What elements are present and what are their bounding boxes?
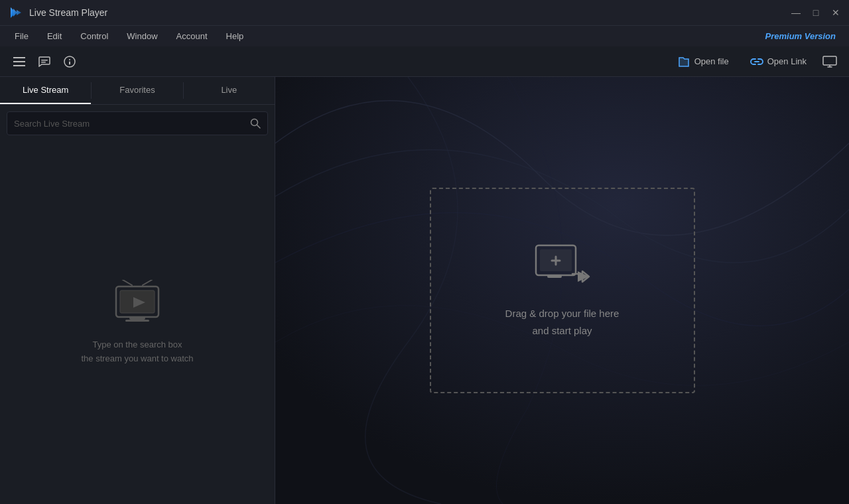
svg-rect-5 [13, 65, 25, 66]
search-box [7, 111, 268, 135]
drop-line2: and start play [505, 322, 620, 340]
menu-edit[interactable]: Edit [38, 29, 71, 44]
svg-rect-12 [823, 56, 836, 65]
left-panel-empty-state: Type on the search boxthe stream you wan… [0, 142, 275, 504]
cast-button[interactable] [818, 50, 841, 73]
menu-control[interactable]: Control [71, 29, 117, 44]
open-link-icon [750, 55, 763, 68]
hamburger-menu-button[interactable] [8, 50, 31, 73]
menu-help[interactable]: Help [217, 29, 253, 44]
drop-zone[interactable]: Drag & drop your file here and start pla… [430, 188, 695, 393]
open-link-button[interactable]: Open Link [741, 51, 816, 72]
maximize-button[interactable]: □ [811, 7, 821, 18]
premium-version-label: Premium Version [765, 31, 844, 41]
svg-rect-7 [41, 62, 46, 63]
drop-line1: Drag & drop your file here [505, 305, 620, 322]
svg-point-9 [69, 59, 70, 60]
menu-bar: File Edit Control Window Account Help Pr… [0, 25, 849, 46]
open-link-label: Open Link [767, 56, 807, 66]
menu-file[interactable]: File [5, 29, 38, 44]
open-file-icon [677, 55, 690, 68]
svg-rect-23 [125, 320, 149, 322]
tab-live[interactable]: Live [184, 77, 275, 104]
svg-rect-6 [41, 60, 48, 61]
right-panel: Drag & drop your file here and start pla… [275, 77, 849, 504]
close-button[interactable]: ✕ [830, 7, 841, 18]
svg-marker-0 [11, 7, 13, 18]
app-logo [8, 5, 24, 21]
search-container [0, 105, 275, 142]
menu-account[interactable]: Account [167, 29, 217, 44]
svg-marker-2 [17, 10, 21, 15]
app-title: Live Stream Player [29, 7, 781, 18]
open-file-button[interactable]: Open file [668, 51, 738, 72]
left-panel: Live Stream Favorites Live [0, 77, 275, 504]
chat-button[interactable] [33, 50, 56, 73]
menu-window[interactable]: Window [117, 29, 166, 44]
svg-line-18 [143, 280, 152, 285]
svg-rect-10 [69, 61, 70, 64]
drop-icon [533, 242, 592, 292]
search-button[interactable] [250, 118, 261, 129]
toolbar: Open file Open Link [0, 46, 849, 77]
tab-favorites[interactable]: Favorites [92, 77, 182, 104]
svg-line-16 [257, 125, 261, 129]
title-bar: Live Stream Player — □ ✕ [0, 0, 849, 25]
open-file-label: Open file [694, 56, 729, 66]
left-empty-text: Type on the search boxthe stream you wan… [81, 338, 193, 366]
main-layout: Live Stream Favorites Live [0, 77, 849, 504]
svg-rect-22 [129, 317, 145, 320]
svg-rect-3 [13, 57, 25, 58]
tab-live-stream[interactable]: Live Stream [0, 77, 91, 104]
minimize-button[interactable]: — [791, 7, 801, 18]
tv-icon [111, 280, 164, 328]
search-input[interactable] [14, 119, 246, 129]
drop-zone-text: Drag & drop your file here and start pla… [505, 305, 620, 339]
info-button[interactable] [58, 50, 81, 73]
svg-line-17 [123, 280, 132, 285]
tab-bar: Live Stream Favorites Live [0, 77, 275, 105]
svg-rect-4 [13, 61, 25, 62]
svg-rect-29 [547, 275, 562, 278]
